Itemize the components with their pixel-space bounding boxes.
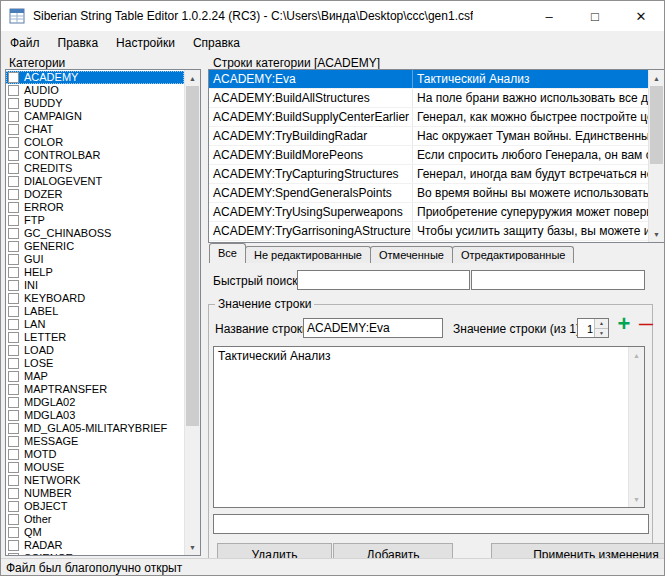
category-item[interactable]: GC_CHINABOSS xyxy=(6,227,184,240)
category-checkbox[interactable] xyxy=(8,267,19,278)
category-checkbox[interactable] xyxy=(8,189,19,200)
scroll-up-icon[interactable]: ▲ xyxy=(649,70,664,86)
menu-item-Файл[interactable]: Файл xyxy=(1,32,49,54)
category-checkbox[interactable] xyxy=(8,319,19,330)
category-checkbox[interactable] xyxy=(8,85,19,96)
category-checkbox[interactable] xyxy=(8,241,19,252)
category-checkbox[interactable] xyxy=(8,332,19,343)
category-checkbox[interactable] xyxy=(8,358,19,369)
tab-Отмеченные[interactable]: Отмеченные xyxy=(370,246,453,263)
menu-item-Справка[interactable]: Справка xyxy=(184,32,249,54)
category-item[interactable]: KEYBOARD xyxy=(6,292,184,305)
add-value-icon[interactable]: + xyxy=(613,312,635,336)
scroll-down-icon[interactable]: ▼ xyxy=(185,539,200,555)
category-item[interactable]: MESSAGE xyxy=(6,435,184,448)
quick-search-value-input[interactable] xyxy=(471,270,645,290)
string-row[interactable]: ACADEMY:TryCapturingStructuresГенерал, и… xyxy=(209,165,648,184)
category-checkbox[interactable] xyxy=(8,228,19,239)
category-item[interactable]: LETTER xyxy=(6,331,184,344)
category-item[interactable]: AUDIO xyxy=(6,84,184,97)
string-name-input[interactable] xyxy=(303,318,443,338)
category-item[interactable]: INI xyxy=(6,279,184,292)
category-checkbox[interactable] xyxy=(8,293,19,304)
category-checkbox[interactable] xyxy=(8,306,19,317)
category-checkbox[interactable] xyxy=(8,254,19,265)
category-item[interactable]: FTP xyxy=(6,214,184,227)
category-checkbox[interactable] xyxy=(8,449,19,460)
category-checkbox[interactable] xyxy=(8,423,19,434)
category-item[interactable]: SCIENCE xyxy=(6,552,184,556)
textarea-scrollbar[interactable]: ▲ ▼ xyxy=(628,347,644,507)
strings-scrollbar[interactable]: ▲ ▼ xyxy=(648,70,664,242)
category-item[interactable]: MAPTRANSFER xyxy=(6,383,184,396)
category-item[interactable]: MOTD xyxy=(6,448,184,461)
string-row[interactable]: ACADEMY:SpendGeneralsPointsВо время войн… xyxy=(209,184,648,203)
category-item[interactable]: MDGLA03 xyxy=(6,409,184,422)
string-row[interactable]: ACADEMY:BuildMorePeonsЕсли спросить любо… xyxy=(209,146,648,165)
minimize-icon[interactable]: – xyxy=(526,1,572,31)
close-icon[interactable]: ✕ xyxy=(618,1,664,31)
category-checkbox[interactable] xyxy=(8,137,19,148)
category-item[interactable]: DOZER xyxy=(6,188,184,201)
string-row[interactable]: ACADEMY:TryGarrisoningAStructureЧтобы ус… xyxy=(209,222,648,241)
scroll-up-icon[interactable]: ▲ xyxy=(629,347,644,363)
category-item[interactable]: OBJECT xyxy=(6,500,184,513)
scrollbar-thumb[interactable] xyxy=(186,86,199,426)
tab-Отредактированные[interactable]: Отредактированные xyxy=(452,246,575,263)
category-item[interactable]: Other xyxy=(6,513,184,526)
category-item[interactable]: HELP xyxy=(6,266,184,279)
category-item[interactable]: MAP xyxy=(6,370,184,383)
spin-down-icon[interactable]: ▼ xyxy=(595,329,608,338)
spin-up-icon[interactable]: ▲ xyxy=(595,319,608,329)
string-row[interactable]: ACADEMY:TryBuildingRadarНас окружает Тум… xyxy=(209,127,648,146)
category-item[interactable]: CONTROLBAR xyxy=(6,149,184,162)
category-item[interactable]: CREDITS xyxy=(6,162,184,175)
category-item[interactable]: CAMPAIGN xyxy=(6,110,184,123)
value-index-input[interactable] xyxy=(578,319,594,337)
string-row[interactable]: ACADEMY:TryUsingSuperweaponsПриобретение… xyxy=(209,203,648,222)
category-item[interactable]: NUMBER xyxy=(6,487,184,500)
category-checkbox[interactable] xyxy=(8,514,19,525)
category-checkbox[interactable] xyxy=(8,72,19,83)
category-checkbox[interactable] xyxy=(8,475,19,486)
string-row[interactable]: ACADEMY:BuildAllStructuresНа поле брани … xyxy=(209,89,648,108)
menu-item-Настройки[interactable]: Настройки xyxy=(107,32,184,54)
category-checkbox[interactable] xyxy=(8,462,19,473)
category-item[interactable]: DIALOGEVENT xyxy=(6,175,184,188)
category-checkbox[interactable] xyxy=(8,111,19,122)
category-item[interactable]: LAN xyxy=(6,318,184,331)
string-row[interactable]: ACADEMY:BuildSupplyCenterEarlierГенерал,… xyxy=(209,108,648,127)
tab-Не редактированные[interactable]: Не редактированные xyxy=(245,246,371,263)
category-checkbox[interactable] xyxy=(8,410,19,421)
scrollbar-thumb[interactable] xyxy=(650,86,663,164)
category-item[interactable]: QM xyxy=(6,526,184,539)
category-item[interactable]: NETWORK xyxy=(6,474,184,487)
category-item[interactable]: MDGLA02 xyxy=(6,396,184,409)
tab-Все[interactable]: Все xyxy=(209,243,246,263)
category-item[interactable]: ACADEMY xyxy=(6,71,184,84)
category-item[interactable]: LOSE xyxy=(6,357,184,370)
category-checkbox[interactable] xyxy=(8,124,19,135)
category-checkbox[interactable] xyxy=(8,527,19,538)
category-item[interactable]: GENERIC xyxy=(6,240,184,253)
string-row[interactable]: ACADEMY:EvaТактический Анализ xyxy=(209,70,648,89)
extra-value-input[interactable] xyxy=(213,514,649,534)
category-checkbox[interactable] xyxy=(8,98,19,109)
category-checkbox[interactable] xyxy=(8,215,19,226)
category-checkbox[interactable] xyxy=(8,540,19,551)
category-item[interactable]: MOUSE xyxy=(6,461,184,474)
category-checkbox[interactable] xyxy=(8,384,19,395)
category-item[interactable]: LABEL xyxy=(6,305,184,318)
category-item[interactable]: LOAD xyxy=(6,344,184,357)
category-item[interactable]: CHAT xyxy=(6,123,184,136)
scroll-down-icon[interactable]: ▼ xyxy=(649,226,664,242)
remove-value-icon[interactable]: — xyxy=(636,314,656,334)
category-checkbox[interactable] xyxy=(8,553,19,556)
maximize-icon[interactable]: □ xyxy=(572,1,618,31)
string-value-textarea[interactable]: Тактический Анализ ▲ ▼ xyxy=(213,346,645,508)
category-checkbox[interactable] xyxy=(8,163,19,174)
quick-search-key-input[interactable] xyxy=(297,270,470,290)
category-checkbox[interactable] xyxy=(8,371,19,382)
category-item[interactable]: ERROR xyxy=(6,201,184,214)
category-item[interactable]: RADAR xyxy=(6,539,184,552)
